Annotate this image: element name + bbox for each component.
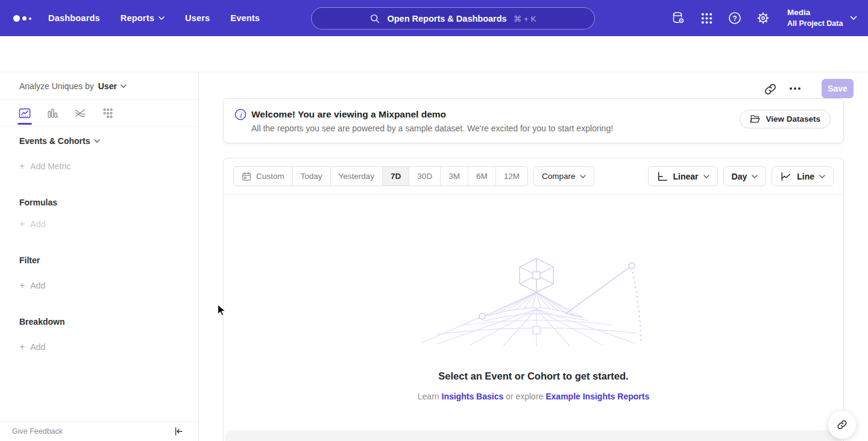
give-feedback-link[interactable]: Give Feedback [12,427,63,436]
add-filter-label: Add [30,281,45,290]
empty-state-illustration [419,255,648,346]
save-button[interactable]: Save [822,79,854,98]
granularity-label: Day [732,172,747,181]
section-title: Events & Cohorts [19,136,90,146]
nav-item-label: Users [185,13,210,23]
collapse-sidebar-icon[interactable] [173,426,184,437]
events-cohorts-section[interactable]: Events & Cohorts [19,136,100,146]
banner-subtitle: All the reports you see are powered by a… [251,124,613,133]
results-panel-peek[interactable] [225,430,841,441]
chevron-down-icon [159,16,165,20]
chevron-down-icon [94,139,100,143]
scale-selector[interactable]: Linear [648,166,718,186]
project-switcher[interactable]: Media All Project Data [787,7,843,28]
chart-type-selector[interactable]: Line [772,166,834,186]
bar-chart-icon [46,107,59,120]
date-range-3m[interactable]: 3M [440,167,468,186]
chain-link-icon [836,419,848,431]
report-header: Untitled + Add description... Save [0,36,868,72]
date-range-label: Yesterday [339,172,375,181]
folder-icon [750,114,760,124]
metrics-grid-icon [101,107,115,120]
date-range-today[interactable]: Today [292,167,330,186]
chevron-down-icon [121,84,127,88]
add-filter-button[interactable]: + Add [19,281,45,290]
quick-share-button[interactable] [828,410,857,439]
settings-gear-icon[interactable] [755,10,771,26]
tab-flow-chart[interactable] [73,100,87,127]
empty-state-links: Learn Insights Basics or explore Example… [224,392,843,401]
breakdown-section: Breakdown [19,317,64,327]
nav-item-dashboards[interactable]: Dashboards [48,13,100,23]
chevron-down-icon[interactable] [850,16,857,20]
example-reports-link[interactable]: Example Insights Reports [546,392,649,401]
analyze-by-selector[interactable]: User [98,81,127,91]
date-range-yesterday[interactable]: Yesterday [330,167,383,186]
date-range-custom[interactable]: Custom [234,167,292,186]
project-name: Media [787,7,843,18]
view-datasets-button[interactable]: View Datasets [740,110,831,128]
granularity-selector[interactable]: Day [723,166,767,186]
middle-text: or explore [506,392,543,401]
nav-item-label: Reports [121,13,154,23]
sidebar-footer: Give Feedback [0,421,198,441]
plus-icon: + [19,162,25,170]
apps-grid-icon[interactable] [699,10,714,26]
date-range-12m[interactable]: 12M [495,167,527,186]
date-range-label: 30D [417,172,432,181]
add-breakdown-label: Add [30,342,45,352]
add-metric-button[interactable]: + Add Metric [19,161,71,171]
date-range-7d[interactable]: 7D [382,167,409,186]
date-range-segmented-control: Custom Today Yesterday 7D 30D 3M 6M 12M [233,166,528,186]
add-breakdown-button[interactable]: + Add [19,342,45,352]
tab-line-chart[interactable] [17,100,32,127]
date-range-label: Custom [256,172,285,181]
nav-item-reports[interactable]: Reports [121,13,165,23]
info-icon: i [234,108,247,120]
insights-report-card: Custom Today Yesterday 7D 30D 3M 6M 12M … [223,158,844,441]
plus-icon: + [19,281,25,290]
tab-metrics-grid[interactable] [101,100,115,127]
analyze-row: Analyze Uniques by User [0,72,198,100]
date-range-label: 3M [448,172,460,181]
line-chart-icon [780,171,792,182]
chart-controls: Custom Today Yesterday 7D 30D 3M 6M 12M … [224,158,843,195]
add-formula-button[interactable]: + Add [19,219,45,229]
section-title: Filter [19,255,40,265]
search-icon [370,13,380,24]
compare-label: Compare [542,172,576,181]
date-range-label: 6M [476,172,488,181]
analyze-by-value: User [98,81,117,91]
data-management-icon[interactable] [670,10,686,26]
query-builder-sidebar: Analyze Uniques by User [0,72,199,441]
copy-link-icon[interactable] [763,82,778,96]
compare-button[interactable]: Compare [533,166,595,186]
banner-title: Welcome! You are viewing a Mixpanel demo [251,109,446,120]
add-metric-label: Add Metric [30,161,71,171]
mixpanel-logo-icon[interactable] [13,15,31,22]
chevron-down-icon [703,175,709,178]
insights-basics-link[interactable]: Insights Basics [442,392,504,401]
date-range-6m[interactable]: 6M [468,167,495,186]
scale-label: Linear [673,172,699,181]
project-env: All Project Data [787,19,843,29]
date-range-30d[interactable]: 30D [409,167,440,186]
help-icon[interactable]: ? [727,10,743,26]
chevron-down-icon [580,175,586,178]
tab-bar-chart[interactable] [45,100,60,127]
top-navigation: Dashboards Reports Users Events Open Rep… [0,0,868,36]
chart-type-label: Line [797,172,814,181]
search-placeholder: Open Reports & Dashboards [387,14,506,23]
nav-right-cluster: ? Media All Project Data [670,0,857,36]
nav-menu: Dashboards Reports Users Events [48,0,260,36]
section-title: Breakdown [19,317,64,327]
chart-type-tabs [0,100,198,127]
nav-item-label: Dashboards [48,13,100,23]
calendar-icon [242,172,251,181]
nav-item-users[interactable]: Users [185,13,210,23]
more-options-icon[interactable] [790,87,800,90]
plus-icon: + [19,343,25,351]
global-search[interactable]: Open Reports & Dashboards ⌘ + K [311,7,595,30]
empty-state-title: Select an Event or Cohort to get started… [224,371,843,382]
nav-item-events[interactable]: Events [230,13,260,23]
